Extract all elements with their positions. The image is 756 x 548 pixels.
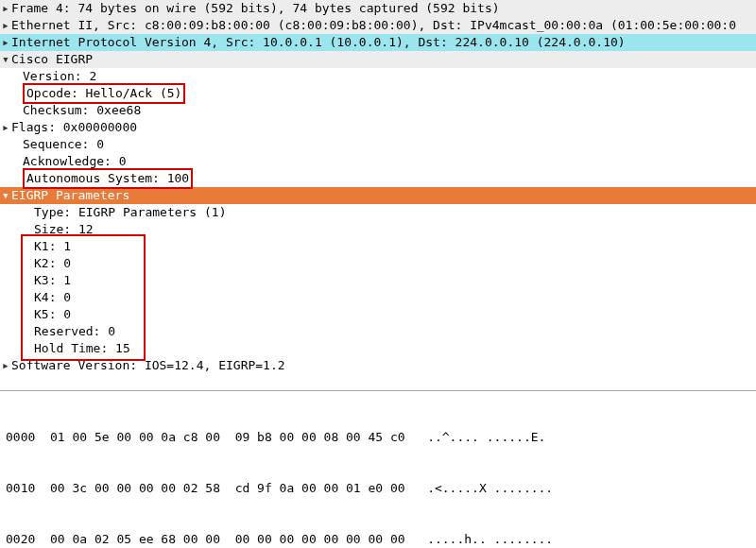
eigrp-hold-row[interactable]: Hold Time: 15 — [0, 340, 756, 357]
highlight-box-opcode: Opcode: Hello/Ack (5) — [23, 83, 185, 104]
hex-ascii: .....h.. ........ — [427, 532, 553, 546]
hex-bytes-2: cd 9f 0a 00 00 01 e0 00 — [235, 481, 405, 495]
hex-offset: 0020 — [6, 532, 35, 546]
eigrp-software-text: Software Version: IOS=12.4, EIGRP=1.2 — [11, 357, 285, 374]
eigrp-as-row[interactable]: Autonomous System: 100 — [0, 170, 756, 187]
chevron-down-icon[interactable]: ▾ — [0, 187, 11, 204]
eigrp-as-text: Autonomous System: 100 — [26, 171, 189, 185]
hex-ascii: .<.....X ........ — [427, 481, 553, 495]
eigrp-opcode-row[interactable]: Opcode: Hello/Ack (5) — [0, 85, 756, 102]
eigrp-flags-row[interactable]: ▸Flags: 0x00000000 — [0, 119, 756, 136]
eigrp-k5-row[interactable]: K5: 0 — [0, 306, 756, 323]
eigrp-k1-text: K1: 1 — [11, 238, 71, 255]
eigrp-reserved-text: Reserved: 0 — [11, 323, 115, 340]
eigrp-hold-text: Hold Time: 15 — [11, 340, 130, 357]
chevron-right-icon[interactable]: ▸ — [0, 0, 11, 17]
chevron-down-icon[interactable]: ▾ — [0, 51, 11, 68]
hex-ascii: ..^.... ......E. — [427, 430, 545, 444]
eigrp-software-row[interactable]: ▸Software Version: IOS=12.4, EIGRP=1.2 — [0, 357, 756, 374]
eigrp-param-size-row[interactable]: Size: 12 — [0, 221, 756, 238]
eigrp-k2-text: K2: 0 — [11, 255, 71, 272]
chevron-right-icon[interactable]: ▸ — [0, 357, 11, 374]
eigrp-checksum-text: Checksum: 0xee68 — [11, 102, 141, 119]
eigrp-opcode-text: Opcode: Hello/Ack (5) — [26, 86, 181, 100]
chevron-right-icon[interactable]: ▸ — [0, 34, 11, 51]
chevron-right-icon[interactable]: ▸ — [0, 119, 11, 136]
eigrp-k2-row[interactable]: K2: 0 — [0, 255, 756, 272]
eigrp-k1-row[interactable]: K1: 1 — [0, 238, 756, 255]
hex-offset: 0010 — [6, 481, 35, 495]
ip-summary-row[interactable]: ▸Internet Protocol Version 4, Src: 10.0.… — [0, 34, 756, 51]
ethernet-summary-row[interactable]: ▸Ethernet II, Src: c8:00:09:b8:00:00 (c8… — [0, 17, 756, 34]
ethernet-summary-text: Ethernet II, Src: c8:00:09:b8:00:00 (c8:… — [11, 17, 736, 34]
hex-row[interactable]: 0000 01 00 5e 00 00 0a c8 00 09 b8 00 00… — [6, 429, 750, 446]
hex-dump-pane[interactable]: 0000 01 00 5e 00 00 0a c8 00 09 b8 00 00… — [0, 391, 756, 548]
chevron-right-icon[interactable]: ▸ — [0, 17, 11, 34]
eigrp-checksum-row[interactable]: Checksum: 0xee68 — [0, 102, 756, 119]
eigrp-param-size-text: Size: 12 — [11, 221, 94, 238]
ip-summary-text: Internet Protocol Version 4, Src: 10.0.0… — [11, 34, 626, 51]
hex-bytes-2: 09 b8 00 00 08 00 45 c0 — [235, 430, 405, 444]
eigrp-param-type-text: Type: EIGRP Parameters (1) — [11, 204, 227, 221]
frame-summary-row[interactable]: ▸Frame 4: 74 bytes on wire (592 bits), 7… — [0, 0, 756, 17]
hex-bytes-1: 00 3c 00 00 00 00 02 58 — [50, 481, 220, 495]
eigrp-parameters-row[interactable]: ▾EIGRP Parameters — [0, 187, 756, 204]
hex-offset: 0000 — [6, 430, 35, 444]
eigrp-k4-row[interactable]: K4: 0 — [0, 289, 756, 306]
highlight-box-as: Autonomous System: 100 — [23, 168, 193, 189]
eigrp-param-type-row[interactable]: Type: EIGRP Parameters (1) — [0, 204, 756, 221]
eigrp-k3-text: K3: 1 — [11, 272, 71, 289]
hex-bytes-2: 00 00 00 00 00 00 00 00 — [235, 532, 405, 546]
eigrp-reserved-row[interactable]: Reserved: 0 — [0, 323, 756, 340]
eigrp-summary-text: Cisco EIGRP — [11, 51, 93, 68]
frame-summary-text: Frame 4: 74 bytes on wire (592 bits), 74… — [11, 0, 500, 17]
eigrp-k3-row[interactable]: K3: 1 — [0, 272, 756, 289]
eigrp-sequence-text: Sequence: 0 — [11, 136, 104, 153]
eigrp-parameters-text: EIGRP Parameters — [11, 187, 129, 204]
hex-bytes-1: 00 0a 02 05 ee 68 00 00 — [50, 532, 220, 546]
hex-bytes-1: 01 00 5e 00 00 0a c8 00 — [50, 430, 220, 444]
eigrp-summary-row[interactable]: ▾Cisco EIGRP — [0, 51, 756, 68]
hex-row[interactable]: 0020 00 0a 02 05 ee 68 00 00 00 00 00 00… — [6, 531, 750, 548]
eigrp-sequence-row[interactable]: Sequence: 0 — [0, 136, 756, 153]
eigrp-k5-text: K5: 0 — [11, 306, 71, 323]
eigrp-k4-text: K4: 0 — [11, 289, 71, 306]
hex-row[interactable]: 0010 00 3c 00 00 00 00 02 58 cd 9f 0a 00… — [6, 480, 750, 497]
eigrp-flags-text: Flags: 0x00000000 — [11, 119, 137, 136]
